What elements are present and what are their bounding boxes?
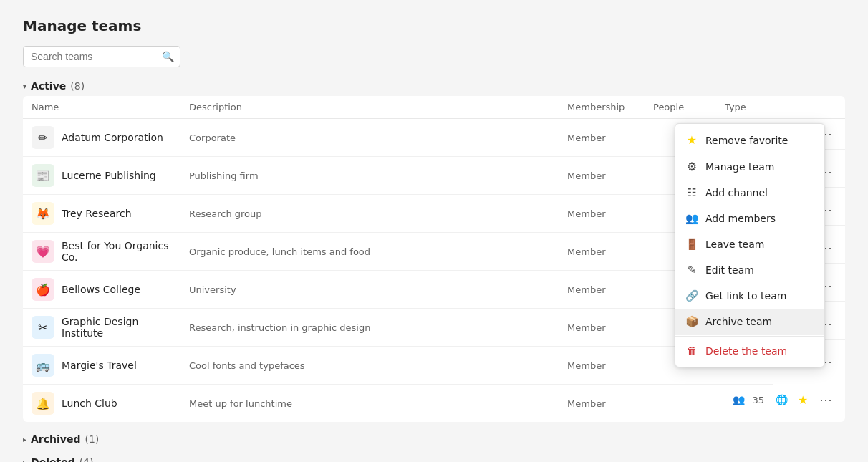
menu-item-label: Archive team <box>705 316 772 327</box>
archived-section-count: (1) <box>85 433 99 445</box>
col-header-name: Name <box>23 96 180 119</box>
col-header-people: People <box>645 96 716 119</box>
menu-item-label: Manage team <box>705 161 774 173</box>
add-person-icon: 👥 <box>685 212 698 225</box>
deleted-section-header[interactable]: ▸ Deleted (4) <box>23 451 845 462</box>
col-header-description: Description <box>180 96 559 119</box>
team-membership: Member <box>559 195 645 233</box>
team-name: Lunch Club <box>62 398 117 409</box>
favorite-button[interactable]: ★ <box>796 392 809 408</box>
team-actions-cell: 👥 35 🌐★⋯ <box>773 385 845 415</box>
menu-item-manage-team[interactable]: ⚙ Manage team <box>675 153 824 180</box>
team-description: Organic produce, lunch items and food <box>180 233 559 271</box>
team-name: Graphic Design Institute <box>62 316 172 339</box>
menu-item-label: Add channel <box>705 187 768 198</box>
col-header-type: Type <box>716 96 773 119</box>
active-chevron-icon: ▾ <box>23 82 26 90</box>
context-menu: ★ Remove favorite ⚙ Manage team ☷ Add ch… <box>675 123 825 367</box>
people-count: 35 <box>752 395 764 405</box>
team-name: Adatum Corporation <box>62 132 163 143</box>
team-people-col <box>645 385 716 423</box>
team-name-cell: 🚌 Margie's Travel <box>32 354 172 377</box>
search-icon: 🔍 <box>162 51 174 62</box>
team-name-cell: 🦊 Trey Research <box>32 202 172 225</box>
team-name-cell: 📰 Lucerne Publishing <box>32 164 172 187</box>
menu-item-label: Leave team <box>705 239 764 250</box>
edit-icon: ✎ <box>685 264 698 276</box>
team-name: Bellows College <box>62 284 140 295</box>
team-description: University <box>180 271 559 309</box>
team-name-cell: 🔔 Lunch Club <box>32 392 172 415</box>
team-membership: Member <box>559 385 645 423</box>
team-membership: Member <box>559 119 645 157</box>
menu-item-archive-team[interactable]: 📦 Archive team <box>675 309 824 335</box>
team-membership: Member <box>559 271 645 309</box>
team-icon: ✏️ <box>32 126 54 149</box>
team-name: Trey Research <box>62 208 132 219</box>
archived-section-header[interactable]: ▸ Archived (1) <box>23 428 845 451</box>
menu-item-add-members[interactable]: 👥 Add members <box>675 206 824 231</box>
team-membership: Member <box>559 233 645 271</box>
active-section-header[interactable]: ▾ Active (8) <box>23 76 845 96</box>
team-name-cell: 💗 Best for You Organics Co. <box>32 240 172 263</box>
team-name: Margie's Travel <box>62 360 137 371</box>
archived-section-label: Archived <box>31 433 80 445</box>
deleted-section-count: (4) <box>79 456 94 462</box>
menu-divider <box>675 336 824 337</box>
team-name: Lucerne Publishing <box>62 170 156 181</box>
team-description: Meet up for lunchtime <box>180 385 559 423</box>
menu-item-add-channel[interactable]: ☷ Add channel <box>675 180 824 206</box>
search-input[interactable] <box>31 51 156 62</box>
menu-item-edit-team[interactable]: ✎ Edit team <box>675 257 824 283</box>
menu-item-leave-team[interactable]: 🚪 Leave team <box>675 231 824 257</box>
globe-icon: 🌐 <box>776 394 788 405</box>
team-name-cell: ✏️ Adatum Corporation <box>32 126 172 149</box>
team-icon: 🦊 <box>32 202 54 225</box>
team-description: Research, instruction in graphic design <box>180 309 559 347</box>
people-icon: 👥 <box>733 394 745 405</box>
team-name-cell: 🍎 Bellows College <box>32 278 172 301</box>
team-icon: 🍎 <box>32 278 54 301</box>
active-section-count: (8) <box>70 80 85 92</box>
col-header-actions <box>773 96 845 119</box>
archived-chevron-icon: ▸ <box>23 435 26 443</box>
more-options-button[interactable]: ⋯ <box>815 392 836 408</box>
team-description: Cool fonts and typefaces <box>180 347 559 385</box>
gear-icon: ⚙ <box>685 160 698 173</box>
page-container: Manage teams 🔍 ▾ Active (8) Name Descrip… <box>0 0 868 462</box>
leave-icon: 🚪 <box>685 238 698 251</box>
menu-item-get-link[interactable]: 🔗 Get link to team <box>675 283 824 309</box>
menu-item-delete-team[interactable]: 🗑 Delete the team <box>675 338 824 364</box>
team-membership: Member <box>559 347 645 385</box>
menu-item-label: Add members <box>705 213 776 224</box>
deleted-section-label: Deleted <box>31 456 75 462</box>
team-icon: 📰 <box>32 164 54 187</box>
page-title: Manage teams <box>23 17 845 34</box>
team-icon: ✂️ <box>32 316 54 339</box>
team-description: Publishing firm <box>180 157 559 195</box>
menu-item-remove-favorite[interactable]: ★ Remove favorite <box>675 127 824 153</box>
team-description: Research group <box>180 195 559 233</box>
deleted-chevron-icon: ▸ <box>23 458 26 463</box>
delete-icon: 🗑 <box>685 345 698 357</box>
menu-item-label: Delete the team <box>705 345 787 357</box>
team-description: Corporate <box>180 119 559 157</box>
team-icon: 💗 <box>32 240 54 263</box>
menu-item-label: Get link to team <box>705 290 786 302</box>
team-membership: Member <box>559 309 645 347</box>
search-bar[interactable]: 🔍 <box>23 46 180 67</box>
menu-item-label: Edit team <box>705 264 754 276</box>
table-row: 🔔 Lunch Club Meet up for lunchtime Membe… <box>23 385 845 423</box>
channel-icon: ☷ <box>685 186 698 199</box>
active-section-label: Active <box>31 80 66 92</box>
star-icon: ★ <box>685 133 698 147</box>
team-icon: 🚌 <box>32 354 54 377</box>
team-membership: Member <box>559 157 645 195</box>
team-name: Best for You Organics Co. <box>62 240 172 263</box>
team-icon: 🔔 <box>32 392 54 415</box>
menu-item-label: Remove favorite <box>705 135 788 146</box>
col-header-membership: Membership <box>559 96 645 119</box>
link-icon: 🔗 <box>685 289 698 302</box>
team-name-cell: ✂️ Graphic Design Institute <box>32 316 172 339</box>
archive-icon: 📦 <box>685 315 698 328</box>
